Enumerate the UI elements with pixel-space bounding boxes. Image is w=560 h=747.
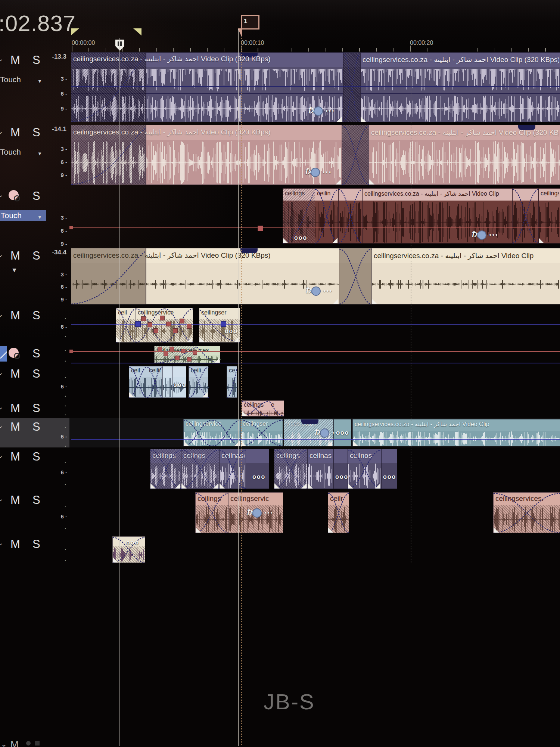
clip-corner-handle[interactable] (199, 337, 205, 342)
mute-button[interactable]: M (10, 310, 20, 321)
fx-circle-icon[interactable] (311, 168, 320, 177)
clip-track-5-2[interactable]: ceilingservice (136, 308, 193, 342)
mute-bypass-icon[interactable]: ⊘ (13, 350, 21, 361)
clip-corner-handle[interactable] (308, 483, 313, 489)
envelope-node[interactable] (166, 322, 171, 326)
clip-track-10-1[interactable]: ceilings (150, 449, 181, 489)
envelope-node[interactable] (153, 328, 158, 333)
envelope-endpoint[interactable] (69, 226, 73, 229)
mute-button[interactable]: M (10, 451, 20, 462)
fx-badge[interactable]: fx••• (472, 229, 498, 240)
clip-corner-handle[interactable] (348, 483, 353, 489)
fx-badge[interactable]: fx••• (305, 167, 332, 177)
clip-corner-handle[interactable] (369, 179, 374, 185)
clip-track-10-4[interactable] (246, 449, 269, 489)
solo-button[interactable]: S (32, 451, 40, 462)
envelope-node[interactable] (173, 328, 178, 333)
clip-track-10-2[interactable]: ceilngs (181, 449, 219, 489)
clip-track-10-6[interactable]: ceilnas (307, 449, 333, 489)
clip-track-4-4[interactable]: ceilingservices.co.za - احمد شاكر - ابتل… (371, 248, 560, 304)
envelope-node[interactable] (147, 322, 152, 327)
loop-region-end-marker[interactable] (133, 28, 141, 35)
event-marker-tab[interactable] (518, 125, 535, 130)
clip-corner-handle[interactable] (336, 179, 341, 185)
mute-button[interactable]: M (10, 421, 20, 433)
envelope-node[interactable] (141, 316, 146, 321)
clip-track-4-3[interactable] (339, 248, 371, 304)
automation-envelope-line[interactable] (71, 363, 560, 363)
solo-button[interactable]: S (32, 494, 40, 506)
clip-track-9-2[interactable]: ceilingser (240, 419, 283, 446)
clip-track-7-2[interactable]: ceilin (147, 366, 162, 398)
envelope-node[interactable] (169, 347, 174, 351)
clip-corner-handle[interactable] (214, 358, 220, 363)
clip-corner-handle[interactable] (337, 117, 342, 122)
chevron-down-icon[interactable]: ⌄ (0, 539, 3, 547)
chevron-down-icon[interactable]: ⌄ (0, 310, 3, 319)
solo-button[interactable]: S (32, 310, 40, 321)
clip-track-3-5[interactable] (512, 188, 538, 244)
clip-track-8-2[interactable]: e (269, 400, 284, 416)
clip-track-2-4[interactable]: ceilingservices.co.za - احمد شاكر - ابتل… (369, 125, 560, 185)
clip-corner-handle[interactable] (332, 238, 337, 243)
solo-button[interactable]: S (32, 421, 40, 433)
clip-track-7-3[interactable] (162, 366, 172, 398)
automation-envelope-line[interactable] (71, 351, 560, 352)
clip-track-11-1[interactable]: ceilings (195, 492, 228, 533)
fx-badge[interactable]: fx••• (247, 507, 274, 518)
envelope-node[interactable] (187, 324, 192, 329)
envelope-endpoint[interactable] (69, 350, 73, 353)
event-marker-tab[interactable] (301, 419, 318, 424)
clip-corner-handle[interactable] (494, 527, 499, 533)
ooo-badge[interactable]: ooo (126, 539, 139, 546)
envelope-node[interactable] (175, 356, 180, 360)
clip-corner-handle[interactable] (301, 483, 307, 489)
clip-corner-handle[interactable] (187, 337, 192, 342)
chevron-down-icon[interactable]: ▼ (37, 212, 42, 223)
automation-envelope-line[interactable] (71, 324, 560, 325)
solo-button[interactable]: S (32, 538, 40, 550)
clip-corner-handle[interactable] (372, 299, 377, 304)
clip-track-10-7[interactable] (333, 449, 348, 489)
fx-circle-icon[interactable] (477, 230, 486, 240)
clip-corner-handle[interactable] (353, 441, 358, 446)
chevron-down-icon[interactable]: ⌄ (0, 495, 3, 503)
fx-circle-icon[interactable] (252, 508, 262, 518)
gain-value[interactable]: -14.1 (52, 125, 66, 133)
envelope-node[interactable] (221, 321, 226, 327)
more-dots-icon[interactable]: ••• (489, 232, 499, 238)
clip-track-10-5[interactable]: ceilings (274, 449, 307, 489)
ooo-badge[interactable]: ooo (225, 328, 238, 335)
automation-mode-dropdown[interactable]: Touch▼ (0, 210, 46, 221)
clip-corner-handle[interactable] (196, 527, 201, 533)
clip-track-2-3[interactable] (342, 125, 369, 185)
solo-button[interactable]: S (32, 402, 40, 414)
clip-corner-handle[interactable] (361, 117, 366, 122)
mute-button[interactable]: M (10, 250, 20, 261)
chevron-down-icon[interactable]: ⌄ (0, 368, 3, 377)
clip-corner-handle[interactable] (116, 337, 121, 342)
clip-track-10-8[interactable]: ceilnos (348, 449, 381, 489)
fx-circle-icon[interactable] (320, 428, 329, 438)
clip-corner-handle[interactable] (327, 441, 332, 446)
fx-circle-icon[interactable] (311, 286, 321, 296)
playhead[interactable] (238, 29, 239, 746)
clip-track-9-5[interactable]: ceilingservices.co.za - احمد شاكر - ابتل… (352, 419, 560, 446)
chevron-down-icon[interactable]: ⌄ (0, 190, 3, 199)
chevron-down-icon[interactable]: ⌄ (0, 451, 3, 460)
clip-track-7-6[interactable]: ce (227, 366, 237, 398)
more-dots-icon[interactable]: ••• (326, 108, 335, 114)
envelope-node[interactable] (158, 347, 162, 351)
clip-corner-handle[interactable] (202, 392, 208, 397)
chevron-down-icon[interactable]: ⌄ (0, 127, 3, 136)
clip-track-11-3[interactable]: ceilr (328, 492, 349, 533)
mute-button[interactable]: M (10, 368, 20, 379)
envelope-node[interactable] (193, 350, 197, 355)
solo-button[interactable]: S (32, 127, 40, 138)
ooo-badge[interactable]: ooo (294, 235, 307, 241)
more-dots-icon[interactable]: ••• (324, 288, 333, 294)
envelope-node[interactable] (135, 321, 141, 327)
clip-corner-handle[interactable] (328, 527, 333, 533)
clip-track-11-4[interactable]: ceilingservices. (493, 492, 560, 533)
timeline-ruler[interactable]: 00:00:0000:00:1000:00:20 (69, 37, 560, 52)
